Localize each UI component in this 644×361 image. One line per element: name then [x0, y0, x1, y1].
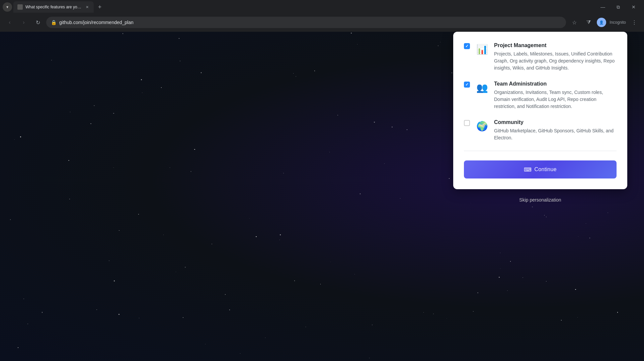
menu-button[interactable]: ⋮: [629, 17, 640, 28]
new-tab-button[interactable]: +: [95, 2, 104, 12]
window-controls: — ⧉ ✕: [595, 0, 641, 14]
tab-close-button[interactable]: ✕: [84, 4, 90, 10]
extensions-button[interactable]: ⧩: [583, 17, 594, 28]
address-bar[interactable]: 🔒 github.com/join/recommended_plan: [46, 17, 566, 28]
incognito-text: Incognito: [610, 20, 626, 25]
card-container: 📊Project ManagementProjects, Labels, Mil…: [453, 32, 627, 361]
maximize-button[interactable]: ⧉: [611, 0, 626, 14]
minimize-button[interactable]: —: [595, 0, 611, 14]
feature-title-community: Community: [494, 119, 617, 125]
feature-list: 📊Project ManagementProjects, Labels, Mil…: [464, 42, 617, 151]
features-card: 📊Project ManagementProjects, Labels, Mil…: [453, 32, 627, 189]
feature-icon-project-management: 📊: [475, 42, 489, 56]
profile-button[interactable]: 👤: [597, 18, 606, 27]
checkbox-wrapper-community: [464, 120, 470, 126]
feature-item-community: 🌍CommunityGitHub Marketplace, GitHub Spo…: [464, 119, 617, 141]
browser-chrome: ▾ What specific features are you... ✕ + …: [0, 0, 644, 32]
checkbox-wrapper-project-management: [464, 43, 470, 49]
continue-button[interactable]: ⌨ Continue: [464, 160, 617, 178]
skip-personalization-link[interactable]: Skip personalization: [519, 197, 561, 203]
reload-button[interactable]: ↻: [32, 17, 44, 28]
forward-button[interactable]: ›: [18, 17, 29, 28]
feature-icon-team-administration: 👥: [475, 81, 489, 94]
feature-icon-community: 🌍: [475, 119, 489, 133]
tab-bar: ▾ What specific features are you... ✕ + …: [0, 0, 644, 14]
address-url: github.com/join/recommended_plan: [59, 20, 561, 25]
checkbox-project-management[interactable]: [464, 43, 470, 49]
divider: [464, 151, 617, 151]
feature-item-project-management: 📊Project ManagementProjects, Labels, Mil…: [464, 42, 617, 72]
feature-desc-project-management: Projects, Labels, Milestones, Issues, Un…: [494, 50, 617, 72]
address-bar-row: ‹ › ↻ 🔒 github.com/join/recommended_plan…: [0, 14, 644, 31]
feature-content-project-management: Project ManagementProjects, Labels, Mile…: [494, 42, 617, 72]
lock-icon: 🔒: [51, 20, 57, 25]
feature-desc-team-administration: Organizations, Invitations, Team sync, C…: [494, 89, 617, 110]
checkbox-community[interactable]: [464, 120, 470, 126]
feature-content-team-administration: Team AdministrationOrganizations, Invita…: [494, 81, 617, 110]
active-tab[interactable]: What specific features are you... ✕: [13, 1, 94, 13]
tab-title: What specific features are you...: [25, 5, 82, 9]
close-window-button[interactable]: ✕: [626, 0, 641, 14]
continue-button-label: Continue: [534, 166, 556, 172]
feature-content-community: CommunityGitHub Marketplace, GitHub Spon…: [494, 119, 617, 141]
tab-favicon: [17, 4, 23, 10]
incognito-label: 👤: [599, 20, 604, 25]
feature-title-team-administration: Team Administration: [494, 81, 617, 87]
feature-item-team-administration: 👥Team AdministrationOrganizations, Invit…: [464, 81, 617, 110]
feature-title-project-management: Project Management: [494, 42, 617, 48]
tab-group-button[interactable]: ▾: [3, 2, 12, 12]
feature-desc-community: GitHub Marketplace, GitHub Sponsors, Git…: [494, 127, 617, 141]
checkbox-wrapper-team-administration: [464, 82, 470, 88]
new-tab-icon: +: [98, 4, 102, 11]
cursor-icon: ⌨: [524, 166, 532, 173]
bookmark-button[interactable]: ☆: [569, 17, 580, 28]
main-content: 📊Project ManagementProjects, Labels, Mil…: [0, 32, 644, 361]
checkbox-team-administration[interactable]: [464, 82, 470, 88]
back-button[interactable]: ‹: [4, 17, 15, 28]
tab-group-icon: ▾: [6, 5, 8, 9]
